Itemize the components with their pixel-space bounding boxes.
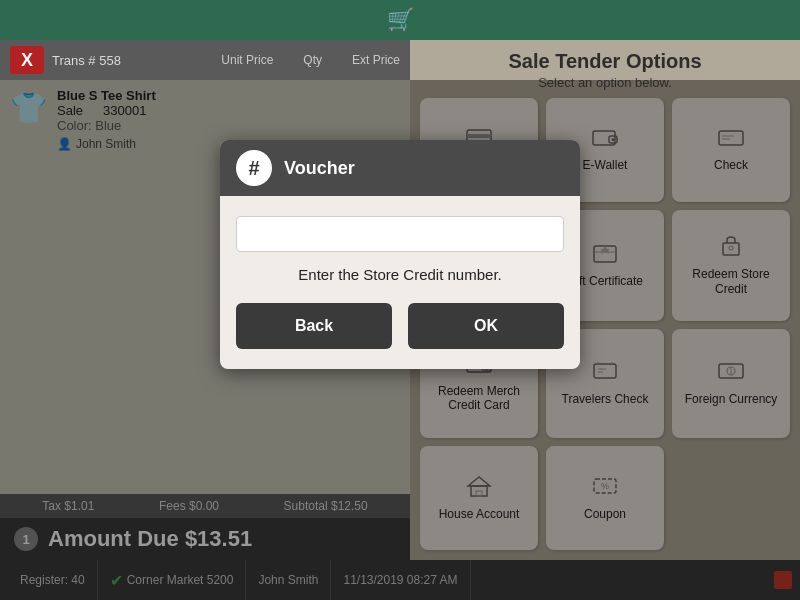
top-bar: 🛒 [0,0,800,40]
modal-body: Enter the Store Credit number. [220,196,580,303]
col-qty: Qty [303,53,322,67]
voucher-modal: # Voucher Enter the Store Credit number.… [220,140,580,369]
cart-icon: 🛒 [387,7,414,33]
ok-button[interactable]: OK [408,303,564,349]
modal-buttons: Back OK [220,303,580,369]
left-header: X Trans # 558 Unit Price Qty Ext Price [0,40,410,80]
pos-logo: X [10,46,44,74]
main-area: X Trans # 558 Unit Price Qty Ext Price 👕… [0,40,800,560]
modal-message: Enter the Store Credit number. [298,266,501,283]
back-button[interactable]: Back [236,303,392,349]
modal-header: # Voucher [220,140,580,196]
modal-title: Voucher [284,158,355,179]
trans-info: X Trans # 558 [10,46,221,74]
trans-number: Trans # 558 [52,53,121,68]
column-headers: Unit Price Qty Ext Price [221,53,400,67]
hash-icon: # [236,150,272,186]
col-ext-price: Ext Price [352,53,400,67]
col-unit-price: Unit Price [221,53,273,67]
store-credit-input[interactable] [236,216,564,252]
right-title: Sale Tender Options [420,50,790,73]
modal-overlay: # Voucher Enter the Store Credit number.… [0,80,800,600]
